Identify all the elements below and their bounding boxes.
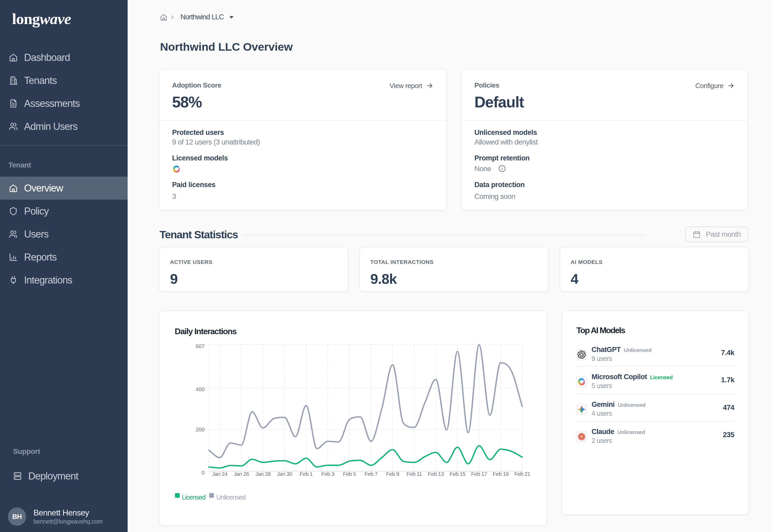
svg-text:Jan 28: Jan 28 bbox=[255, 471, 271, 477]
svg-text:Feb 15: Feb 15 bbox=[449, 471, 465, 477]
svg-text:Feb 19: Feb 19 bbox=[493, 471, 509, 477]
svg-text:Feb 17: Feb 17 bbox=[471, 471, 487, 477]
svg-text:Jan 26: Jan 26 bbox=[234, 471, 249, 477]
svg-text:607: 607 bbox=[196, 343, 205, 349]
svg-text:Jan 30: Jan 30 bbox=[277, 471, 292, 477]
svg-text:Licensed: Licensed bbox=[182, 494, 206, 501]
svg-text:Feb 13: Feb 13 bbox=[428, 471, 444, 477]
svg-text:0: 0 bbox=[202, 470, 205, 476]
svg-text:200: 200 bbox=[196, 426, 205, 432]
svg-text:Feb 9: Feb 9 bbox=[386, 471, 399, 477]
svg-text:Feb 5: Feb 5 bbox=[343, 471, 356, 477]
svg-text:Jan 24: Jan 24 bbox=[212, 471, 228, 477]
svg-text:Feb 3: Feb 3 bbox=[321, 471, 335, 477]
svg-text:Feb 11: Feb 11 bbox=[406, 471, 422, 477]
svg-text:Unlicensed: Unlicensed bbox=[216, 494, 246, 501]
svg-text:Feb 1: Feb 1 bbox=[300, 471, 313, 477]
svg-text:Feb 21: Feb 21 bbox=[514, 471, 530, 477]
svg-text:Feb 7: Feb 7 bbox=[365, 471, 378, 477]
svg-text:400: 400 bbox=[196, 386, 205, 392]
